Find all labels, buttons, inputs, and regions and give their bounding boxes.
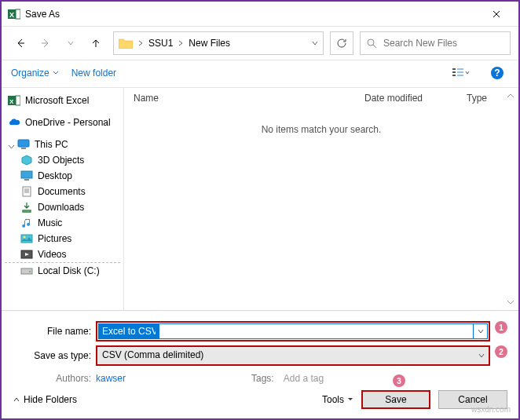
- svg-rect-6: [452, 75, 456, 76]
- svg-rect-23: [21, 268, 32, 274]
- sidebar-item-videos[interactable]: Videos: [5, 247, 120, 262]
- sidebar-item-localdisk[interactable]: Local Disk (C:): [5, 262, 120, 279]
- path-part-1[interactable]: New Files: [189, 38, 230, 49]
- recent-button[interactable]: [60, 32, 82, 54]
- tools-menu[interactable]: Tools: [322, 394, 353, 405]
- svg-rect-7: [457, 68, 463, 70]
- svg-rect-19: [23, 187, 31, 196]
- meta-row: Authors: kawser Tags: Add a tag: [13, 370, 507, 390]
- svg-rect-9: [457, 75, 463, 76]
- new-folder-button[interactable]: New folder: [71, 68, 116, 79]
- svg-rect-4: [452, 68, 456, 70]
- tags-value[interactable]: Add a tag: [279, 373, 355, 384]
- chevron-right-icon: [178, 40, 184, 46]
- savetype-dropdown[interactable]: [474, 347, 489, 364]
- sidebar-item-thispc[interactable]: This PC: [5, 137, 120, 152]
- save-button[interactable]: Save: [361, 390, 430, 409]
- sidebar-item-music[interactable]: Music: [5, 215, 120, 231]
- path-part-0[interactable]: SSU1: [148, 38, 184, 49]
- search-input[interactable]: [382, 37, 504, 49]
- sidebar-item-onedrive[interactable]: OneDrive - Personal: [5, 115, 120, 130]
- svg-rect-16: [21, 148, 26, 149]
- filename-dropdown[interactable]: [474, 323, 488, 339]
- svg-point-24: [29, 271, 31, 272]
- view-options-button[interactable]: [449, 64, 473, 82]
- callout-3: 3: [393, 374, 405, 387]
- col-date[interactable]: Date modified: [364, 93, 467, 104]
- file-area: Name Date modified Type No items match y…: [124, 88, 518, 310]
- authors-value[interactable]: kawser: [96, 373, 157, 384]
- excel-app-icon: X: [8, 8, 20, 20]
- chevron-down-icon: [347, 396, 353, 403]
- svg-rect-15: [18, 140, 29, 147]
- svg-rect-17: [21, 171, 32, 178]
- breadcrumb[interactable]: SSU1 New Files: [113, 31, 324, 55]
- chevron-down-icon: [53, 70, 59, 76]
- col-name[interactable]: Name: [130, 93, 364, 104]
- svg-rect-18: [24, 179, 29, 181]
- bottom-panel: File name: 1 Save as type: CSV (Comma de…: [2, 310, 518, 418]
- search-box[interactable]: [360, 31, 511, 55]
- up-button[interactable]: [85, 32, 107, 54]
- svg-text:X: X: [9, 98, 14, 105]
- authors-label: Authors:: [13, 373, 96, 384]
- chevron-down-icon: [8, 144, 15, 151]
- svg-rect-5: [452, 71, 456, 73]
- button-row: Hide Folders Tools 3 Save Cancel: [13, 390, 507, 409]
- titlebar: X Save As: [2, 2, 518, 27]
- tags-label: Tags:: [251, 373, 279, 384]
- svg-text:?: ?: [494, 68, 500, 79]
- svg-text:X: X: [9, 11, 14, 19]
- sidebar-item-pictures[interactable]: Pictures: [5, 231, 120, 247]
- chevron-down-icon[interactable]: [312, 40, 318, 46]
- window-title: Save As: [25, 9, 481, 20]
- sidebar: XMicrosoft Excel OneDrive - Personal Thi…: [2, 88, 124, 310]
- folder-icon: [119, 38, 133, 49]
- main-area: XMicrosoft Excel OneDrive - Personal Thi…: [2, 88, 518, 310]
- chevron-up-icon: [13, 396, 20, 404]
- forward-button[interactable]: [35, 32, 57, 54]
- savetype-value: CSV (Comma delimited): [97, 347, 474, 364]
- empty-message: No items match your search.: [124, 108, 518, 151]
- filename-label: File name:: [13, 326, 96, 337]
- svg-rect-8: [457, 71, 463, 73]
- close-button[interactable]: [481, 2, 512, 26]
- caret-up-icon[interactable]: [506, 91, 515, 100]
- sidebar-item-3dobjects[interactable]: 3D Objects: [5, 152, 120, 168]
- nav-row: SSU1 New Files: [2, 27, 518, 60]
- filename-input[interactable]: [98, 323, 159, 339]
- savetype-field[interactable]: CSV (Comma delimited): [96, 345, 490, 366]
- svg-rect-20: [21, 235, 32, 243]
- callout-1: 1: [495, 321, 507, 334]
- sidebar-item-downloads[interactable]: Downloads: [5, 199, 120, 215]
- watermark: wsxdn.com: [471, 405, 511, 414]
- savetype-label: Save as type:: [13, 350, 96, 361]
- savetype-row: Save as type: CSV (Comma delimited) 2: [13, 345, 507, 366]
- toolbar: Organize New folder ?: [2, 60, 518, 88]
- caret-down-icon[interactable]: [506, 298, 515, 307]
- filename-row: File name: 1: [13, 321, 507, 341]
- sidebar-item-documents[interactable]: Documents: [5, 184, 120, 199]
- close-icon: [493, 10, 500, 18]
- svg-rect-1: [16, 9, 20, 19]
- column-headers: Name Date modified Type: [124, 88, 518, 108]
- organize-menu[interactable]: Organize: [11, 68, 59, 79]
- search-icon: [367, 38, 377, 49]
- save-as-dialog: X Save As SSU1 New Files Organize New fo…: [0, 0, 520, 420]
- refresh-button[interactable]: [330, 31, 353, 55]
- help-button[interactable]: ?: [485, 64, 509, 82]
- back-button[interactable]: [9, 32, 31, 54]
- sidebar-item-desktop[interactable]: Desktop: [5, 168, 120, 184]
- svg-rect-13: [16, 96, 20, 105]
- svg-point-21: [24, 236, 26, 239]
- svg-point-3: [368, 39, 374, 46]
- callout-2: 2: [495, 345, 507, 358]
- filename-field[interactable]: [96, 321, 490, 341]
- sidebar-item-excel[interactable]: XMicrosoft Excel: [5, 93, 120, 108]
- chevron-right-icon: [137, 40, 144, 46]
- scroll-controls: [504, 88, 518, 310]
- hide-folders-button[interactable]: Hide Folders: [13, 394, 77, 405]
